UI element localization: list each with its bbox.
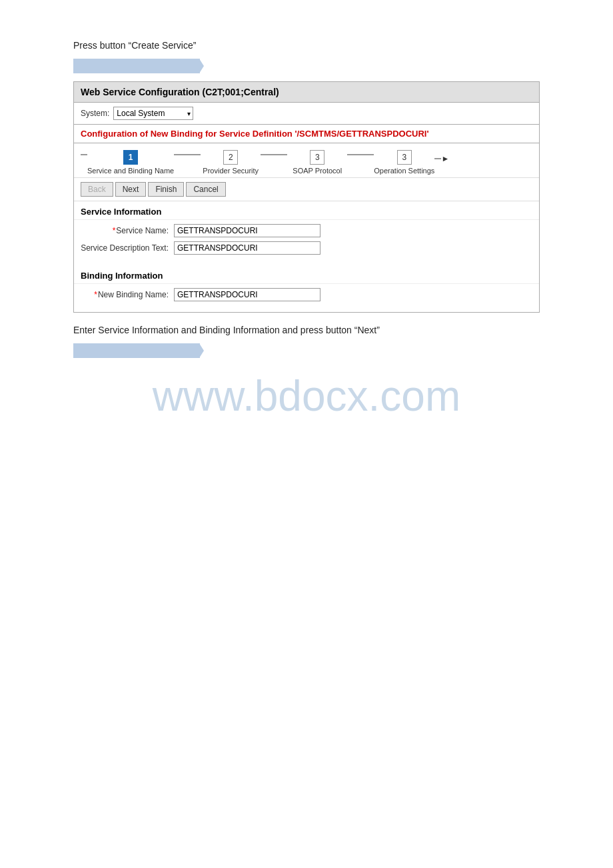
system-select-wrapper[interactable]: Local System [113, 107, 193, 120]
service-info-header: Service Information [74, 201, 539, 220]
bottom-section: Enter Service Information and Binding In… [73, 325, 540, 358]
system-label: System: [81, 109, 109, 118]
step-1-number: 1 [123, 150, 138, 165]
connector-3-4 [347, 154, 374, 165]
back-button[interactable]: Back [81, 182, 113, 197]
progress-bar-2 [73, 343, 200, 358]
watermark: www.bdocx.com [73, 371, 540, 421]
step-4-label: Operation Settings [374, 167, 434, 175]
binding-info-section: *New Binding Name: [74, 284, 539, 312]
binding-name-required: * [94, 290, 97, 299]
step-3-number: 3 [310, 150, 324, 165]
progress-bar-1 [73, 59, 200, 73]
service-name-input[interactable] [174, 224, 320, 237]
step-1-label: Service and Binding Name [87, 167, 174, 175]
connector-1-2 [174, 154, 201, 165]
instruction-step1: Press button “Create Service” [73, 40, 540, 51]
wizard-steps: 1 Service and Binding Name 2 Provider Se… [74, 143, 539, 178]
web-service-config-panel: Web Service Configuration (C2T;001;Centr… [73, 81, 540, 313]
wizard-step-4: 3 Operation Settings [374, 150, 434, 175]
system-select[interactable]: Local System [113, 107, 193, 120]
step-start-connector [81, 154, 87, 155]
service-info-section: *Service Name: Service Description Text: [74, 220, 539, 265]
config-title: Configuration of New Binding for Service… [74, 125, 539, 143]
panel-title: Web Service Configuration (C2T;001;Centr… [74, 82, 539, 103]
step-3-label: SOAP Protocol [293, 167, 342, 175]
instruction-step2: Enter Service Information and Binding In… [73, 325, 540, 335]
wizard-buttons: Back Next Finish Cancel [74, 178, 539, 201]
binding-name-input[interactable] [174, 288, 320, 301]
binding-name-row: *New Binding Name: [81, 288, 532, 301]
wizard-step-3: 3 SOAP Protocol [287, 150, 347, 175]
binding-name-label: *New Binding Name: [81, 290, 174, 299]
service-name-required: * [113, 226, 116, 235]
finish-button[interactable]: Finish [148, 182, 184, 197]
step-end-connector: ► [434, 154, 449, 173]
cancel-button[interactable]: Cancel [186, 182, 225, 197]
step-2-label: Provider Security [203, 167, 259, 175]
service-name-label: *Service Name: [81, 226, 174, 235]
system-row: System: Local System [74, 103, 539, 125]
service-desc-input[interactable] [174, 241, 320, 255]
connector-2-3 [261, 154, 287, 165]
service-desc-label: Service Description Text: [81, 243, 174, 253]
service-name-row: *Service Name: [81, 224, 532, 237]
step-2-number: 2 [223, 150, 238, 165]
step-4-number: 3 [397, 150, 412, 165]
service-desc-row: Service Description Text: [81, 241, 532, 255]
wizard-step-2: 2 Provider Security [201, 150, 261, 175]
wizard-step-1: 1 Service and Binding Name [87, 150, 174, 175]
next-button[interactable]: Next [115, 182, 147, 197]
binding-info-header: Binding Information [74, 265, 539, 284]
